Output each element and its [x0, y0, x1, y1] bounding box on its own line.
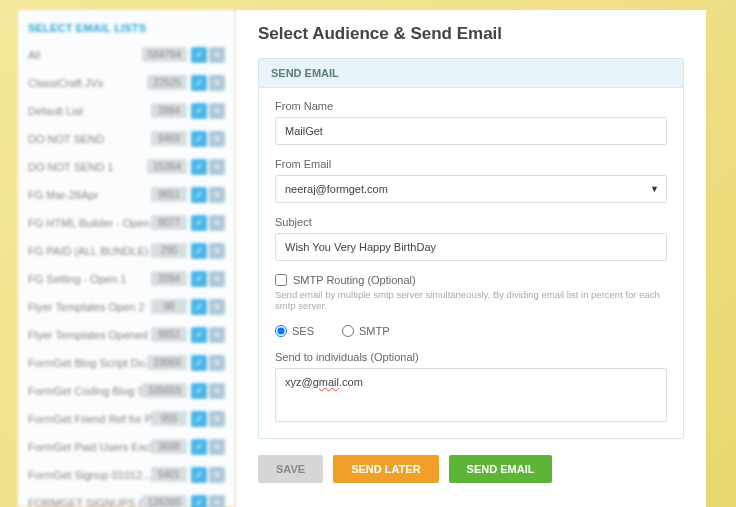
send-email-panel: SEND EMAIL From Name From Email neeraj@f…: [258, 58, 684, 439]
list-item[interactable]: FormGet Signup 01012...5401✓×: [28, 462, 225, 487]
panel-header: SEND EMAIL: [259, 59, 683, 88]
list-name: FormGet Signup 01012...: [28, 469, 151, 481]
check-icon[interactable]: ✓: [191, 103, 207, 119]
list-item[interactable]: Flyer Templates Opened9852✓×: [28, 322, 225, 347]
list-item[interactable]: FG HTML Builder - Open 18077✓×: [28, 210, 225, 235]
list-actions: ✓×: [191, 439, 225, 455]
smtp-routing-checkbox[interactable]: [275, 274, 287, 286]
individuals-label: Send to individuals (Optional): [275, 351, 667, 363]
list-item[interactable]: DO NOT SEND 115364✓×: [28, 154, 225, 179]
check-icon[interactable]: ✓: [191, 215, 207, 231]
list-actions: ✓×: [191, 383, 225, 399]
subject-input[interactable]: [275, 233, 667, 261]
close-icon[interactable]: ×: [209, 495, 225, 508]
list-count-badge: 2094: [151, 271, 187, 286]
close-icon[interactable]: ×: [209, 411, 225, 427]
list-count-badge: 295: [151, 243, 187, 258]
check-icon[interactable]: ✓: [191, 75, 207, 91]
list-actions: ✓×: [191, 299, 225, 315]
close-icon[interactable]: ×: [209, 299, 225, 315]
send-later-button[interactable]: SEND LATER: [333, 455, 438, 483]
from-email-select[interactable]: neeraj@formget.com: [275, 175, 667, 203]
list-item[interactable]: FormGet Paid Users Excl...3688✓×: [28, 434, 225, 459]
close-icon[interactable]: ×: [209, 131, 225, 147]
check-icon[interactable]: ✓: [191, 243, 207, 259]
list-item[interactable]: FormGet Coding Blog So...105659✓×: [28, 378, 225, 403]
list-actions: ✓×: [191, 103, 225, 119]
close-icon[interactable]: ×: [209, 75, 225, 91]
from-name-group: From Name: [275, 100, 667, 145]
from-email-group: From Email neeraj@formget.com ▼: [275, 158, 667, 203]
close-icon[interactable]: ×: [209, 159, 225, 175]
list-count-badge: 8077: [151, 215, 187, 230]
close-icon[interactable]: ×: [209, 327, 225, 343]
from-name-label: From Name: [275, 100, 667, 112]
list-name: FormGet Paid Users Excl...: [28, 441, 151, 453]
close-icon[interactable]: ×: [209, 383, 225, 399]
page-title: Select Audience & Send Email: [258, 24, 684, 44]
check-icon[interactable]: ✓: [191, 411, 207, 427]
check-icon[interactable]: ✓: [191, 187, 207, 203]
check-icon[interactable]: ✓: [191, 271, 207, 287]
check-icon[interactable]: ✓: [191, 383, 207, 399]
smtp-routing-label: SMTP Routing (Optional): [293, 274, 416, 286]
list-count-badge: 19066: [147, 355, 187, 370]
protocol-ses[interactable]: SES: [275, 325, 314, 337]
list-item[interactable]: ClassiCraft JVs22525✓×: [28, 70, 225, 95]
save-button[interactable]: SAVE: [258, 455, 323, 483]
check-icon[interactable]: ✓: [191, 47, 207, 63]
list-name: FormGet Friend Ref for P...: [28, 413, 151, 425]
subject-group: Subject: [275, 216, 667, 261]
close-icon[interactable]: ×: [209, 355, 225, 371]
check-icon[interactable]: ✓: [191, 355, 207, 371]
list-item[interactable]: Flyer Templates Open 298✓×: [28, 294, 225, 319]
smtp-radio[interactable]: [342, 325, 354, 337]
list-item[interactable]: DO NOT SEND9469✓×: [28, 126, 225, 151]
close-icon[interactable]: ×: [209, 271, 225, 287]
list-name: FormGet Blog Script Do...: [28, 357, 147, 369]
main-panel: Select Audience & Send Email SEND EMAIL …: [236, 10, 706, 507]
close-icon[interactable]: ×: [209, 439, 225, 455]
individuals-group: Send to individuals (Optional) xyz@gmail…: [275, 351, 667, 422]
smtp-routing-help: Send email by multiple smtp server simul…: [275, 289, 667, 311]
protocol-smtp[interactable]: SMTP: [342, 325, 390, 337]
check-icon[interactable]: ✓: [191, 439, 207, 455]
list-actions: ✓×: [191, 495, 225, 508]
from-name-input[interactable]: [275, 117, 667, 145]
list-item[interactable]: Default List3984✓×: [28, 98, 225, 123]
smtp-routing-checkbox-row[interactable]: SMTP Routing (Optional): [275, 274, 667, 286]
list-actions: ✓×: [191, 355, 225, 371]
list-name: FORMGET SIGNUPS (20...: [28, 497, 142, 508]
send-email-button[interactable]: SEND EMAIL: [449, 455, 553, 483]
close-icon[interactable]: ×: [209, 215, 225, 231]
check-icon[interactable]: ✓: [191, 467, 207, 483]
close-icon[interactable]: ×: [209, 467, 225, 483]
list-name: DO NOT SEND: [28, 133, 151, 145]
ses-radio[interactable]: [275, 325, 287, 337]
close-icon[interactable]: ×: [209, 47, 225, 63]
list-item[interactable]: FG Setting - Open 12094✓×: [28, 266, 225, 291]
list-name: FG PAID (ALL BUNDLE): [28, 245, 151, 257]
list-count-badge: 9651: [151, 187, 187, 202]
close-icon[interactable]: ×: [209, 103, 225, 119]
close-icon[interactable]: ×: [209, 187, 225, 203]
list-item[interactable]: FG Mar-28Apr9651✓×: [28, 182, 225, 207]
check-icon[interactable]: ✓: [191, 131, 207, 147]
list-item[interactable]: FormGet Friend Ref for P...955✓×: [28, 406, 225, 431]
list-item[interactable]: All584784✓×: [28, 42, 225, 67]
list-item[interactable]: FORMGET SIGNUPS (20...126395✓×: [28, 490, 225, 507]
list-actions: ✓×: [191, 327, 225, 343]
check-icon[interactable]: ✓: [191, 299, 207, 315]
list-name: FG Setting - Open 1: [28, 273, 151, 285]
list-count-badge: 9852: [151, 327, 187, 342]
close-icon[interactable]: ×: [209, 243, 225, 259]
list-item[interactable]: FG PAID (ALL BUNDLE)295✓×: [28, 238, 225, 263]
check-icon[interactable]: ✓: [191, 327, 207, 343]
check-icon[interactable]: ✓: [191, 159, 207, 175]
individuals-textarea[interactable]: xyz@gmail.com: [275, 368, 667, 422]
check-icon[interactable]: ✓: [191, 495, 207, 508]
list-count-badge: 22525: [147, 75, 187, 90]
list-item[interactable]: FormGet Blog Script Do...19066✓×: [28, 350, 225, 375]
list-actions: ✓×: [191, 131, 225, 147]
list-actions: ✓×: [191, 411, 225, 427]
